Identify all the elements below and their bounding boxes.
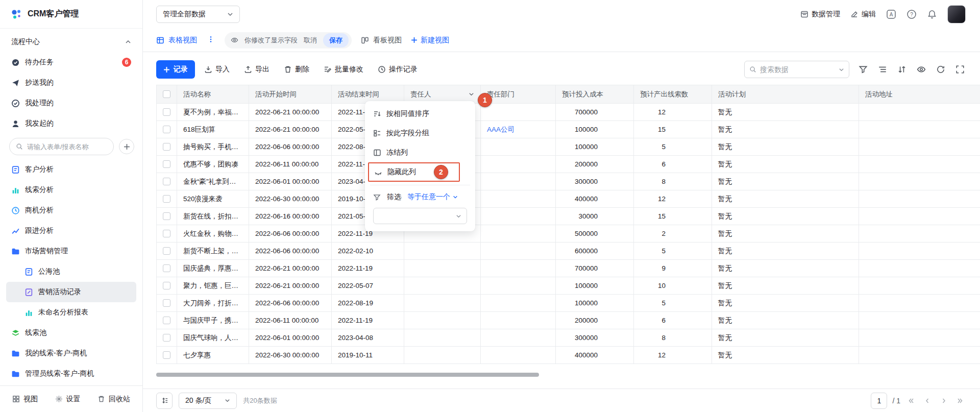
sidebar-item-followup-analysis[interactable]: 跟进分析 [6, 221, 136, 241]
sidebar-section-process[interactable]: 流程中心 [6, 32, 136, 52]
cancel-button[interactable]: 取消 [304, 36, 317, 45]
sidebar-item-lead-pool[interactable]: 线索池 [6, 323, 136, 343]
cell-activity-name[interactable]: 新货在线，折扣不断 [177, 208, 249, 225]
tab-table-view[interactable]: 表格视图 [156, 36, 197, 45]
column-header-start-time[interactable]: 活动开始时间 [249, 85, 332, 104]
next-page-button[interactable] [938, 395, 949, 406]
sidebar-item-admin-leads[interactable]: 管理员线索-客户-商机 [6, 363, 136, 384]
page-size-select[interactable]: 20 条/页 [179, 393, 237, 409]
views-button[interactable]: 视图 [12, 395, 38, 404]
export-button[interactable]: 导出 [239, 60, 275, 79]
sidebar-item-customer-analysis[interactable]: 客户分析 [6, 159, 136, 180]
sidebar-item-initiated-by-me[interactable]: 我发起的 [6, 113, 136, 134]
refresh-button[interactable] [935, 64, 946, 75]
edit-button[interactable]: 编辑 [850, 10, 876, 19]
recycle-bin-button[interactable]: 回收站 [97, 395, 130, 404]
row-checkbox[interactable] [163, 178, 170, 185]
cell-activity-name[interactable]: 520浪漫来袭 [177, 190, 249, 208]
new-view-button[interactable]: 新建视图 [411, 36, 449, 45]
data-scope-select[interactable]: 管理全部数据 [156, 6, 240, 23]
cell-department[interactable] [481, 347, 556, 364]
current-page-input[interactable]: 1 [871, 393, 887, 409]
cell-department[interactable] [481, 173, 556, 190]
select-all-checkbox[interactable] [163, 90, 170, 98]
cell-department[interactable] [481, 243, 556, 260]
cell-activity-name[interactable]: 国庆气球响，人人有奖 [177, 329, 249, 347]
horizontal-scrollbar[interactable] [156, 373, 539, 377]
help-icon[interactable]: ? [906, 9, 917, 19]
table-search[interactable] [744, 61, 849, 78]
batch-edit-button[interactable]: 批量修改 [318, 60, 369, 79]
row-checkbox[interactable] [163, 160, 170, 168]
cell-activity-name[interactable]: 新货不断上架，商品天… [177, 243, 249, 260]
sort-button[interactable] [896, 64, 908, 75]
cell-activity-name[interactable]: 火红金秋，购物好精彩 [177, 225, 249, 243]
table-search-input[interactable] [760, 65, 835, 74]
sidebar-item-my-leads[interactable]: 我的线索-客户-商机 [6, 343, 136, 363]
filter-button[interactable] [857, 64, 869, 75]
sidebar-item-cc-to-me[interactable]: 抄送我的 [6, 72, 136, 93]
row-checkbox[interactable] [163, 334, 170, 342]
menu-item-group-by-field[interactable]: 按此字段分组 [368, 124, 472, 143]
cell-activity-name[interactable]: 抽号购买，手机免费送 [177, 138, 249, 156]
cell-activity-name[interactable]: 与国庆甲子，携手奏华… [177, 312, 249, 329]
first-page-button[interactable] [905, 395, 917, 406]
row-height-button[interactable] [156, 393, 173, 409]
row-checkbox[interactable] [163, 247, 170, 255]
cell-department[interactable] [481, 225, 556, 243]
cell-department[interactable] [481, 138, 556, 156]
settings-button[interactable]: 设置 [55, 395, 81, 404]
cell-department[interactable] [481, 312, 556, 329]
sidebar-search[interactable] [9, 138, 114, 155]
cell-activity-name[interactable]: 七夕享惠 [177, 347, 249, 364]
sidebar-item-public-pool[interactable]: 公海池 [6, 261, 136, 282]
add-record-button[interactable]: 记录 [156, 60, 195, 79]
cell-department[interactable] [481, 156, 556, 173]
sidebar-item-lead-analysis[interactable]: 线索分析 [6, 180, 136, 200]
cell-department[interactable] [481, 295, 556, 312]
chevron-down-icon[interactable] [839, 67, 844, 72]
cell-activity-name[interactable]: 金秋“豪”礼拿到你手软 [177, 173, 249, 190]
cell-department[interactable]: AAA公司 [481, 121, 556, 138]
sidebar-item-marketing-activity-record[interactable]: 营销活动记录 [6, 282, 136, 302]
sidebar-item-unnamed-report[interactable]: 未命名分析报表 [6, 302, 136, 323]
cell-activity-name[interactable]: 国庆盛典，厚惠有期 [177, 260, 249, 277]
cell-activity-name[interactable]: 夏不为例，幸福团购 [177, 104, 249, 121]
sidebar-item-opportunity-analysis[interactable]: 商机分析 [6, 200, 136, 221]
row-checkbox[interactable] [163, 212, 170, 220]
menu-item-sort-by-value[interactable]: 按相同值排序 [368, 104, 472, 124]
cell-activity-name[interactable]: 优惠不够，团购凑 [177, 156, 249, 173]
fullscreen-button[interactable] [954, 64, 966, 75]
row-checkbox[interactable] [163, 195, 170, 203]
sidebar-item-marketing-management[interactable]: 市场营销管理 [6, 241, 136, 261]
cell-department[interactable] [481, 190, 556, 208]
sidebar-item-handled-by-me[interactable]: 我处理的 [6, 93, 136, 113]
cell-department[interactable] [481, 277, 556, 295]
save-button[interactable]: 保存 [323, 33, 349, 47]
field-visibility-button[interactable] [916, 64, 927, 75]
cell-department[interactable] [481, 208, 556, 225]
filter-condition-link[interactable]: 等于任意一个 [407, 192, 458, 202]
row-checkbox[interactable] [163, 126, 170, 133]
bell-icon[interactable] [927, 9, 937, 19]
last-page-button[interactable] [954, 395, 966, 406]
tab-kanban-view[interactable]: 看板视图 [361, 36, 402, 45]
row-checkbox[interactable] [163, 143, 170, 151]
menu-item-freeze-column[interactable]: 冻结列 [368, 143, 472, 162]
row-checkbox[interactable] [163, 282, 170, 289]
user-avatar[interactable] [947, 5, 966, 23]
cell-department[interactable] [481, 260, 556, 277]
column-header-activity-name[interactable]: 活动名称 [177, 85, 249, 104]
cell-activity-name[interactable]: 聚力，钜惠，巨划算 [177, 277, 249, 295]
sidebar-search-input[interactable] [27, 143, 107, 151]
tab-more-menu-icon[interactable] [206, 36, 215, 44]
sidebar-item-todo-tasks[interactable]: 待办任务 6 [6, 52, 136, 72]
row-checkbox[interactable] [163, 108, 170, 116]
operation-log-button[interactable]: 操作记录 [373, 60, 423, 79]
column-header-address[interactable]: 活动地址 [859, 85, 980, 104]
translate-icon[interactable]: A [886, 9, 896, 19]
import-button[interactable]: 导入 [199, 60, 235, 79]
column-header-cost[interactable]: 预计投入成本 [556, 85, 634, 104]
add-form-button[interactable] [119, 139, 134, 154]
row-checkbox[interactable] [163, 264, 170, 272]
